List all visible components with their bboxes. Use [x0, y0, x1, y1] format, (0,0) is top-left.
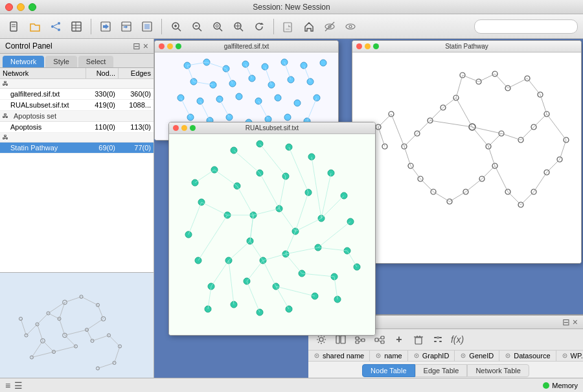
- tab-network-table[interactable]: Network Table: [467, 364, 529, 377]
- panel-detach-button[interactable]: ⊟: [133, 41, 141, 51]
- svg-line-22: [178, 29, 181, 31]
- svg-rect-297: [437, 337, 439, 338]
- svg-point-41: [349, 25, 352, 28]
- win-close-statin[interactable]: [356, 43, 362, 49]
- network-window-statin[interactable]: Statin Pathway: [352, 40, 582, 264]
- import-file-button[interactable]: [279, 17, 297, 36]
- share-button[interactable]: [47, 17, 65, 36]
- svg-rect-287: [381, 336, 384, 339]
- new-session-button[interactable]: [5, 17, 23, 36]
- svg-line-124: [181, 98, 190, 117]
- svg-rect-299: [439, 341, 442, 342]
- toolbar-divider-2: [161, 19, 162, 34]
- show-button[interactable]: [341, 17, 360, 36]
- minimize-button[interactable]: [17, 3, 25, 11]
- tab-style[interactable]: Style: [45, 56, 76, 67]
- win-max-galfiltered[interactable]: [176, 43, 181, 49]
- zoom-out-button[interactable]: [188, 17, 206, 36]
- win-min-rual[interactable]: [181, 125, 187, 131]
- refresh-button[interactable]: [250, 17, 268, 36]
- export-button[interactable]: [138, 17, 156, 36]
- table-detach-button[interactable]: ⊟: [562, 317, 570, 327]
- import-network-button[interactable]: [97, 17, 115, 36]
- control-panel-title: Control Panel: [5, 41, 52, 51]
- group-2-label: Apoptosis set: [14, 112, 56, 120]
- win-max-rual[interactable]: [190, 125, 196, 131]
- svg-line-78: [109, 336, 120, 347]
- table-filter-button[interactable]: [430, 332, 446, 347]
- svg-line-269: [286, 231, 295, 254]
- win-close-rual[interactable]: [173, 125, 179, 131]
- search-input[interactable]: [474, 19, 578, 34]
- window-title-galfiltered: galfiltered.sif.txt: [224, 43, 269, 50]
- control-panel: Control Panel ⊟ × Network Style Select N…: [0, 39, 154, 392]
- svg-line-75: [60, 319, 65, 336]
- zoom-fit-button[interactable]: [209, 17, 227, 36]
- zoom-selected-button[interactable]: [229, 17, 247, 36]
- network-item-statin[interactable]: Statin Pathway 69(0) 77(0): [0, 143, 154, 154]
- svg-line-70: [38, 325, 43, 341]
- win-min-galfiltered[interactable]: [167, 43, 173, 49]
- svg-line-271: [250, 241, 263, 260]
- network-window-rual[interactable]: RUALsubset.sif.txt: [168, 122, 376, 336]
- svg-line-125: [200, 101, 210, 121]
- svg-point-5: [58, 29, 60, 31]
- open-session-button[interactable]: [26, 17, 44, 36]
- tab-edge-table[interactable]: Edge Table: [415, 364, 468, 377]
- table-function-button[interactable]: f(x): [450, 332, 465, 347]
- network-item-apoptosis[interactable]: Apoptosis 110(0) 113(0): [0, 122, 154, 133]
- tab-network[interactable]: Network: [3, 56, 44, 67]
- svg-line-276: [334, 277, 337, 299]
- svg-line-253: [211, 260, 229, 286]
- svg-line-127: [258, 101, 268, 119]
- svg-line-277: [208, 286, 211, 309]
- table-button[interactable]: [67, 17, 86, 36]
- svg-line-197: [560, 140, 566, 159]
- table-delete-button[interactable]: [411, 332, 426, 347]
- svg-line-25: [199, 29, 201, 31]
- window-controls[interactable]: [5, 3, 36, 11]
- zoom-in-button[interactable]: [167, 17, 185, 36]
- main-toolbar: [0, 14, 583, 39]
- svg-line-72: [49, 303, 65, 314]
- svg-line-64: [98, 305, 104, 319]
- network-list: Network Nod... Edges 🖧 galfiltered.sif.t…: [0, 68, 154, 272]
- tab-node-table[interactable]: Node Table: [362, 364, 415, 377]
- win-min-statin[interactable]: [365, 43, 371, 49]
- maximize-button[interactable]: [29, 3, 36, 11]
- svg-line-81: [27, 325, 38, 336]
- panel-close-button[interactable]: ×: [143, 41, 148, 51]
- memory-status-dot: [543, 382, 549, 389]
- tab-select[interactable]: Select: [78, 56, 114, 67]
- win-max-statin[interactable]: [373, 43, 379, 49]
- svg-line-273: [189, 202, 201, 235]
- svg-line-66: [65, 330, 87, 336]
- window-buttons-rual[interactable]: [173, 125, 196, 131]
- home-button[interactable]: [300, 17, 318, 36]
- import-table-button[interactable]: [117, 17, 135, 36]
- close-button[interactable]: [5, 3, 13, 11]
- window-buttons-galfiltered[interactable]: [159, 43, 181, 49]
- svg-line-251: [247, 281, 260, 312]
- network-item-rual[interactable]: RUALsubset.sif.txt 419(0) 1088...: [0, 100, 154, 111]
- panel-icon[interactable]: ☰: [14, 380, 23, 391]
- svg-point-105: [275, 95, 281, 101]
- svg-line-128: [307, 98, 317, 121]
- memory-indicator[interactable]: Memory: [543, 382, 578, 389]
- minimap[interactable]: [0, 272, 154, 392]
- table-add-row-button[interactable]: +: [391, 332, 407, 347]
- svg-line-250: [276, 286, 289, 309]
- main-area: Control Panel ⊟ × Network Style Select N…: [0, 39, 583, 392]
- svg-line-176: [433, 192, 450, 202]
- svg-line-239: [214, 170, 237, 186]
- window-buttons-statin[interactable]: [356, 43, 379, 49]
- svg-point-26: [214, 23, 220, 29]
- network-item-galfiltered[interactable]: galfiltered.sif.txt 330(0) 360(0): [0, 89, 154, 100]
- hide-button[interactable]: [321, 17, 339, 36]
- svg-line-172: [488, 146, 495, 166]
- svg-line-77: [93, 336, 109, 341]
- canvas-area[interactable]: galfiltered.sif.txt: [154, 39, 583, 392]
- win-close-galfiltered[interactable]: [159, 43, 165, 49]
- list-icon[interactable]: ≡: [5, 380, 10, 391]
- table-close-button[interactable]: ×: [573, 317, 578, 327]
